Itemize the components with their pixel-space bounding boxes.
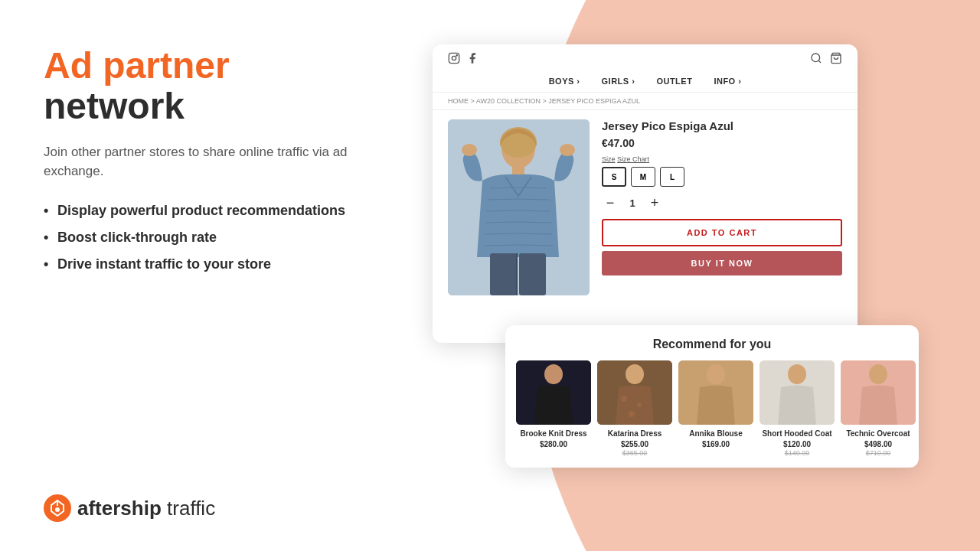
svg-point-21 <box>626 364 644 384</box>
nav-info[interactable]: INFO › <box>714 77 741 86</box>
svg-point-26 <box>707 364 725 384</box>
card-name-1: Brooke Knit Dress <box>516 429 591 438</box>
product-card-2[interactable]: Katarina Dress $255.00 $365.00 <box>597 360 672 457</box>
card-name-5: Technic Overcoat <box>841 429 916 438</box>
product-price: €47.00 <box>602 137 842 149</box>
add-to-cart-button[interactable]: ADD TO CART <box>602 219 842 246</box>
product-image-svg <box>448 119 590 295</box>
headline-line2: network <box>44 86 411 127</box>
cart-icon[interactable] <box>830 52 842 64</box>
svg-point-23 <box>637 403 642 407</box>
size-m-button[interactable]: M <box>631 167 655 187</box>
card-name-4: Short Hooded Coat <box>760 429 835 438</box>
size-chart-link[interactable]: Size Chart <box>617 155 649 163</box>
card-price-2: $255.00 <box>597 440 672 448</box>
facebook-icon <box>466 52 479 64</box>
card-image-5 <box>841 360 916 425</box>
svg-point-1 <box>55 507 60 512</box>
product-cards: Brooke Knit Dress $280.00 Katarina Dress… <box>516 360 908 457</box>
quantity-decrease-button[interactable]: − <box>602 194 619 211</box>
product-title: Jersey Pico Espiga Azul <box>602 119 842 132</box>
card-price-5: $498.00 <box>841 440 916 448</box>
card-name-3: Annika Blouse <box>678 429 753 438</box>
logo-area: aftership traffic <box>44 494 215 522</box>
store-header: BOYS › GIRLS › OUTLET INFO › <box>433 44 858 93</box>
bullet-item-1: Display powerful product recommendations <box>44 203 411 219</box>
size-s-button[interactable]: S <box>602 167 626 187</box>
quantity-value: 1 <box>626 197 639 209</box>
nav-outlet[interactable]: OUTLET <box>656 77 692 86</box>
quantity-increase-button[interactable]: + <box>646 194 663 211</box>
subtitle: Join other partner stores to share onlin… <box>44 142 350 181</box>
nav-boys[interactable]: BOYS › <box>549 77 580 86</box>
card-name-2: Katarina Dress <box>597 429 672 438</box>
svg-point-24 <box>629 411 635 417</box>
svg-point-13 <box>462 144 477 156</box>
store-top-bar <box>448 52 842 70</box>
card-price-original-5: $710.00 <box>841 449 916 457</box>
svg-rect-15 <box>490 253 517 295</box>
store-mockup: BOYS › GIRLS › OUTLET INFO › HOME > AW20… <box>433 44 858 343</box>
product-details: Jersey Pico Espiga Azul €47.00 Size Size… <box>602 119 842 295</box>
store-nav: BOYS › GIRLS › OUTLET INFO › <box>448 70 842 92</box>
svg-point-28 <box>788 364 806 384</box>
card-price-4: $120.00 <box>760 440 835 448</box>
card-price-3: $169.00 <box>678 440 753 448</box>
size-label: Size Size Chart <box>602 155 842 163</box>
size-l-button[interactable]: L <box>660 167 684 187</box>
quantity-row: − 1 + <box>602 194 842 211</box>
svg-point-6 <box>812 54 820 62</box>
social-icons <box>448 52 479 64</box>
product-card-1[interactable]: Brooke Knit Dress $280.00 <box>516 360 591 457</box>
buy-now-button[interactable]: BUY IT NOW <box>602 251 842 276</box>
bullet-list: Display powerful product recommendations… <box>44 203 411 272</box>
card-image-1 <box>516 360 591 425</box>
svg-rect-3 <box>449 53 459 63</box>
product-card-5[interactable]: Technic Overcoat $498.00 $710.00 <box>841 360 916 457</box>
header-actions <box>810 52 842 64</box>
headline-line1: Ad partner <box>44 46 411 86</box>
nav-girls[interactable]: GIRLS › <box>602 77 635 86</box>
aftership-logo-icon <box>44 494 71 522</box>
svg-rect-16 <box>519 253 546 295</box>
card-price-1: $280.00 <box>516 440 591 448</box>
svg-point-14 <box>560 144 575 156</box>
instagram-icon <box>448 52 460 64</box>
svg-point-4 <box>452 56 456 60</box>
card-image-4 <box>760 360 835 425</box>
recommend-title: Recommend for you <box>516 337 908 351</box>
bullet-item-3: Drive instant traffic to your store <box>44 256 411 272</box>
svg-point-30 <box>869 364 887 384</box>
card-price-original-4: $140.00 <box>760 449 835 457</box>
breadcrumb: HOME > AW20 COLLECTION > JERSEY PICO ESP… <box>433 93 858 110</box>
logo-text: aftership traffic <box>77 497 215 520</box>
svg-point-22 <box>621 396 627 402</box>
recommend-panel: Recommend for you Brooke Knit Dress $280… <box>505 325 919 468</box>
card-image-2 <box>597 360 672 425</box>
svg-point-5 <box>456 55 457 56</box>
search-icon[interactable] <box>810 52 822 64</box>
product-card-3[interactable]: Annika Blouse $169.00 <box>678 360 753 457</box>
svg-point-19 <box>544 364 563 384</box>
product-card-4[interactable]: Short Hooded Coat $120.00 $140.00 <box>760 360 835 457</box>
product-section: Jersey Pico Espiga Azul €47.00 Size Size… <box>433 110 858 305</box>
bullet-item-2: Boost click-through rate <box>44 230 411 246</box>
left-panel: Ad partner network Join other partner st… <box>44 46 411 283</box>
product-image <box>448 119 590 295</box>
card-image-3 <box>678 360 753 425</box>
svg-line-7 <box>818 60 821 63</box>
size-options: S M L <box>602 167 842 187</box>
card-price-original-2: $365.00 <box>597 449 672 457</box>
